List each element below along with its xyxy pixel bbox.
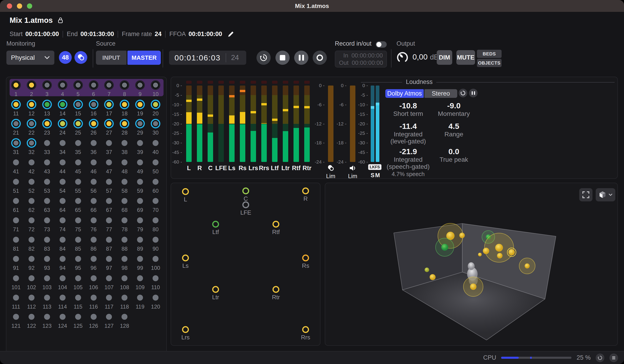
channel-dot[interactable] [58,100,67,109]
channel-dot[interactable] [122,275,128,281]
channel-dot[interactable] [13,314,19,320]
channel-dot[interactable] [13,256,19,262]
channel-dot[interactable] [137,159,143,165]
room-3d-view[interactable] [325,183,617,345]
channel-dot[interactable] [42,100,52,109]
channel-dot[interactable] [28,295,34,301]
channel-dot[interactable] [44,256,50,262]
binaural-monitoring-button[interactable] [75,51,87,64]
record-inout-toggle[interactable] [376,41,387,48]
mute-button[interactable]: MUTE [456,50,475,65]
channel-dot[interactable] [60,275,66,281]
channel-dot[interactable] [60,217,66,223]
channel-dot[interactable] [135,100,145,109]
channel-dot[interactable] [27,100,36,109]
channel-dot[interactable] [75,198,81,204]
channel-dot[interactable] [13,275,19,281]
output-gain-knob[interactable] [396,51,409,64]
channel-dot[interactable] [135,119,145,128]
minimize-window-button[interactable] [17,3,22,9]
channel-dot[interactable] [73,100,83,109]
channel-dot[interactable] [75,237,81,243]
channel-dot[interactable] [106,179,112,185]
channel-dot[interactable] [75,275,81,281]
channel-dot[interactable] [44,159,50,165]
channel-dot[interactable] [13,295,19,301]
channel-dot[interactable] [44,295,50,301]
channel-dot[interactable] [91,140,97,146]
channel-dot[interactable] [75,140,81,146]
channel-dot[interactable] [120,100,129,109]
channel-dot[interactable] [44,140,50,146]
record-button[interactable] [313,51,327,65]
channel-dot[interactable] [60,140,66,146]
channel-dot[interactable] [42,119,52,128]
record-out-value[interactable]: 00:00:00:00 [352,59,383,66]
channel-dot[interactable] [28,275,34,281]
channel-dot[interactable] [91,275,97,281]
channel-dot[interactable] [106,295,112,301]
channel-dot[interactable] [106,198,112,204]
channel-dot[interactable] [106,159,112,165]
channel-dot[interactable] [75,159,81,165]
channel-dot[interactable] [91,314,97,320]
channel-dot[interactable] [27,80,36,90]
loudness-reset-button[interactable] [459,89,467,97]
channel-dot[interactable] [106,275,112,281]
tab-dolby-atmos[interactable]: Dolby Atmos [385,89,424,98]
channel-dot[interactable] [122,179,128,185]
channel-dot[interactable] [91,198,97,204]
channel-dot[interactable] [28,198,34,204]
channel-dot[interactable] [137,275,143,281]
channel-dot[interactable] [153,237,158,243]
channel-dot[interactable] [106,217,112,223]
channel-dot[interactable] [153,159,158,165]
channel-dot[interactable] [106,314,112,320]
channel-dot[interactable] [28,217,34,223]
channel-dot[interactable] [11,119,21,128]
channel-dot[interactable] [60,198,66,204]
channel-dot[interactable] [27,138,36,148]
channel-dot[interactable] [28,314,34,320]
channel-dot[interactable] [91,159,97,165]
channel-dot[interactable] [104,119,114,128]
timecode-display[interactable]: 00:01:06:03 24 [169,51,246,65]
close-window-button[interactable] [7,3,12,9]
channel-dot[interactable] [11,80,21,90]
channel-dot[interactable] [122,237,128,243]
channel-dot[interactable] [28,159,34,165]
channel-dot[interactable] [44,275,50,281]
channel-dot[interactable] [153,140,158,146]
channel-dot[interactable] [122,217,128,223]
channel-dot[interactable] [151,119,160,128]
channel-dot[interactable] [137,179,143,185]
channel-dot[interactable] [122,198,128,204]
channel-dot[interactable] [153,295,158,301]
channel-dot[interactable] [11,138,21,148]
channel-dot[interactable] [44,237,50,243]
zoom-window-button[interactable] [27,3,32,9]
channel-dot[interactable] [42,80,52,90]
channel-dot[interactable] [75,314,81,320]
channel-dot[interactable] [151,80,160,90]
channel-dot[interactable] [75,217,81,223]
channel-dot[interactable] [60,314,66,320]
channel-dot[interactable] [75,295,81,301]
channel-dot[interactable] [153,256,158,262]
monitoring-device-select[interactable]: Physical [6,51,54,65]
pause-button[interactable] [294,51,308,65]
channel-dot[interactable] [13,217,19,223]
channel-dot[interactable] [120,80,129,90]
channel-dot[interactable] [44,314,50,320]
channel-dot[interactable] [122,295,128,301]
channel-dot[interactable] [106,237,112,243]
channel-dot[interactable] [153,198,158,204]
channel-dot[interactable] [153,275,158,281]
channel-dot[interactable] [27,119,36,128]
source-master-button[interactable]: MASTER [128,51,161,65]
channel-dot[interactable] [60,237,66,243]
edit-pencil-icon[interactable] [227,31,234,38]
channel-dot[interactable] [73,119,83,128]
channel-dot[interactable] [60,179,66,185]
cpu-reset-button[interactable] [596,354,604,362]
